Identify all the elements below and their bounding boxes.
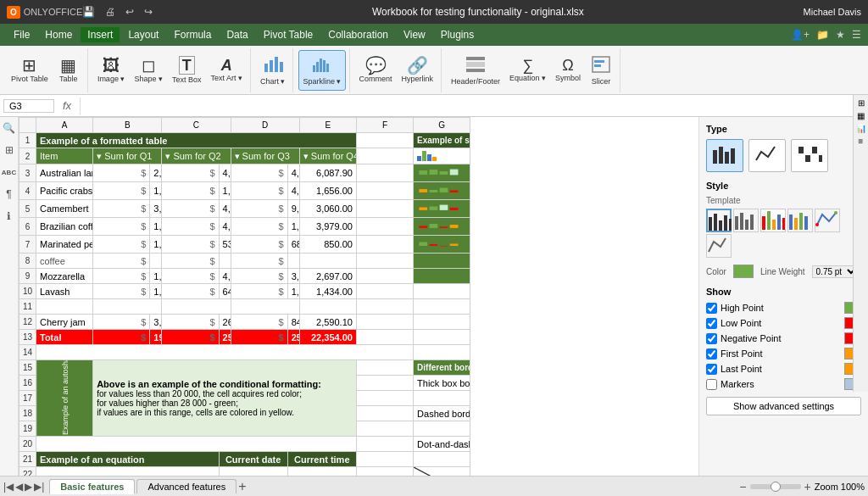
currency-cell[interactable]: $ xyxy=(93,315,150,330)
add-user-icon[interactable]: 👤+ xyxy=(791,29,810,41)
currency-cell[interactable]: $ xyxy=(231,236,287,254)
tab-basic-features[interactable]: Basic features xyxy=(49,479,135,494)
comment-button[interactable]: 💬 Comment xyxy=(355,50,397,91)
col-a-header[interactable]: A xyxy=(36,118,93,133)
col-d-header[interactable]: D xyxy=(231,118,299,133)
sparkline-cell-10[interactable] xyxy=(414,284,470,299)
menu-pivot-table[interactable]: Pivot Table xyxy=(257,27,320,42)
total-q1[interactable]: 19,239.04 xyxy=(150,330,162,345)
value-cell[interactable]: 2,697.00 xyxy=(299,269,356,284)
cell-11b[interactable] xyxy=(93,299,162,315)
cell-20f[interactable] xyxy=(356,437,413,452)
menu-home[interactable]: Home xyxy=(38,27,79,42)
type-line-button[interactable] xyxy=(748,139,786,172)
menu-file[interactable]: File xyxy=(7,27,36,42)
cell-21g[interactable] xyxy=(414,452,470,467)
value-cell[interactable]: 1,398.40 xyxy=(150,218,162,236)
template-item-2[interactable] xyxy=(733,209,759,232)
value-cell[interactable]: 3,060.00 xyxy=(299,200,356,218)
sidebar-right-icon-3[interactable]: 📊 xyxy=(856,124,866,133)
currency-cell[interactable]: $ xyxy=(93,236,150,254)
print-icon[interactable]: 🖨 xyxy=(105,6,115,18)
zoom-slider[interactable] xyxy=(750,484,801,489)
table-row[interactable]: 9 Mozzarella $ 1,390.00 $ 4,488.20 $ 3,0… xyxy=(19,269,698,284)
cell-14g[interactable] xyxy=(414,345,470,360)
currency-cell[interactable]: $ xyxy=(162,218,219,236)
menu-view[interactable]: View xyxy=(397,27,432,42)
value-cell[interactable]: 4,683.50 xyxy=(219,200,231,218)
item-cell[interactable]: Mozzarella xyxy=(36,269,93,284)
template-item-6[interactable] xyxy=(706,234,732,258)
currency-cell[interactable]: $ xyxy=(93,269,150,284)
table-row[interactable]: 13 Total $ 19,239.04 $ 25,215.79 $ 25,69… xyxy=(19,330,698,345)
currency-cell[interactable]: $ xyxy=(162,315,219,330)
value-cell[interactable]: 4,412.32 xyxy=(287,182,299,200)
value-cell[interactable]: 2,667.60 xyxy=(150,164,162,182)
col-c-header[interactable]: C xyxy=(162,118,231,133)
last-point-checkbox[interactable] xyxy=(706,364,717,375)
sidebar-right-icon-4[interactable]: ≡ xyxy=(859,137,864,146)
total-q4[interactable]: 22,354.00 xyxy=(299,330,356,345)
value-cell[interactable]: 1,768.41 xyxy=(150,182,162,200)
currency-cell[interactable]: $ xyxy=(93,284,150,299)
item-cell[interactable]: Camembert xyxy=(36,200,93,218)
add-sheet-button[interactable]: + xyxy=(238,479,246,494)
formula-input[interactable] xyxy=(84,100,865,112)
table-row[interactable]: 12 Cherry jam $ 3,202.87 $ 263.40 $ 842.… xyxy=(19,315,698,330)
header-footer-button[interactable]: Header/Footer xyxy=(447,50,504,91)
markers-checkbox[interactable] xyxy=(706,379,717,390)
value-cell[interactable]: 850.00 xyxy=(299,236,356,254)
cell-reference-input[interactable] xyxy=(3,99,54,113)
cell-3f[interactable] xyxy=(356,164,413,182)
cell-11e[interactable] xyxy=(299,299,356,315)
cell-4f[interactable] xyxy=(356,182,413,200)
cell-13g[interactable] xyxy=(414,330,470,345)
cell-1f[interactable] xyxy=(356,133,413,148)
template-item-1[interactable] xyxy=(706,209,732,232)
tab-advanced-features[interactable]: Advanced features xyxy=(136,479,236,493)
sparkline-cell-9[interactable] xyxy=(414,269,470,284)
total-q3[interactable]: 25,695.30 xyxy=(287,330,299,345)
currency-cell[interactable]: $ xyxy=(231,284,287,299)
table-row[interactable]: 3 Australian lamb $ 2,667.60 $ 4,013.10 … xyxy=(19,164,698,182)
table-row[interactable]: 8 coffee $ $ $ xyxy=(19,254,698,269)
table-row[interactable]: 10 Lavash $ 1,462.00 $ 644.00 $ 1,733.00… xyxy=(19,284,698,299)
value-cell[interactable]: 3,027.60 xyxy=(287,269,299,284)
item-cell[interactable]: Marinated pepper xyxy=(36,236,93,254)
template-item-3[interactable] xyxy=(760,209,786,232)
col-b-header[interactable]: B xyxy=(93,118,162,133)
cell-7f[interactable] xyxy=(356,236,413,254)
nav-icon[interactable]: ⊞ xyxy=(2,142,17,158)
last-sheet-button[interactable]: ▶| xyxy=(34,481,44,493)
template-item-4[interactable] xyxy=(787,209,813,232)
value-cell[interactable] xyxy=(287,254,299,269)
undo-icon[interactable]: ↩ xyxy=(125,6,134,18)
value-cell[interactable]: 530.40 xyxy=(219,236,231,254)
currency-cell[interactable]: $ xyxy=(162,330,219,345)
cell-2g[interactable] xyxy=(414,148,470,164)
cell-11c[interactable] xyxy=(162,299,231,315)
star-icon[interactable]: ★ xyxy=(836,29,845,41)
cell-20[interactable] xyxy=(36,437,357,452)
value-cell[interactable]: 3,202.87 xyxy=(150,315,162,330)
value-cell[interactable]: 68.00 xyxy=(287,236,299,254)
cell-9f[interactable] xyxy=(356,269,413,284)
sidebar-right-icon-2[interactable]: ▦ xyxy=(857,117,865,120)
value-cell[interactable]: 1,509.60 xyxy=(150,236,162,254)
sparkline-cell-5[interactable] xyxy=(414,200,470,218)
table-row[interactable]: 5 Camembert $ 3,182.40 $ 4,683.50 $ 9,57… xyxy=(19,200,698,218)
cell-12g[interactable] xyxy=(414,315,470,330)
currency-cell[interactable]: $ xyxy=(231,254,287,269)
currency-cell[interactable]: $ xyxy=(162,284,219,299)
value-cell[interactable]: 1,196.00 xyxy=(287,218,299,236)
cell-2f[interactable] xyxy=(356,148,413,164)
currency-cell[interactable]: $ xyxy=(162,182,219,200)
item-cell[interactable]: Lavash xyxy=(36,284,93,299)
item-cell[interactable]: coffee xyxy=(36,254,93,269)
sparkline-cell-6[interactable] xyxy=(414,218,470,236)
col-g-header[interactable]: G xyxy=(414,118,470,133)
value-cell[interactable]: 4,488.20 xyxy=(219,269,231,284)
value-cell[interactable]: 3,979.00 xyxy=(299,218,356,236)
redo-icon[interactable]: ↪ xyxy=(144,6,153,18)
item-cell[interactable]: Brazilian coffee xyxy=(36,218,93,236)
